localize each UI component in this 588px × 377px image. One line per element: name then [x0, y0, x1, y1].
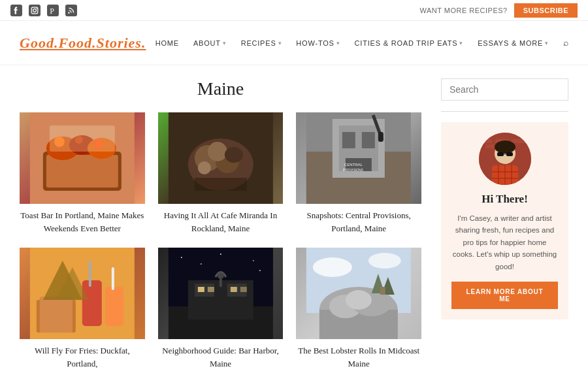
nav-howtos[interactable]: HOW-TOS ▾: [296, 39, 340, 47]
svg-rect-40: [112, 267, 114, 290]
svg-rect-39: [89, 261, 91, 287]
svg-rect-56: [207, 287, 214, 292]
article-card-4[interactable]: Will Fly For Fries: Duckfat, Portland,: [20, 248, 145, 370]
svg-point-47: [220, 254, 221, 255]
svg-point-1: [33, 8, 37, 12]
article-thumb-3: CENTRAL PROVISIONS: [296, 112, 421, 204]
svg-rect-33: [378, 132, 384, 142]
site-logo[interactable]: Good.Food.Stories.: [20, 35, 146, 52]
recipes-caret: ▾: [278, 40, 282, 46]
rss-icon[interactable]: [65, 5, 77, 16]
article-card-6[interactable]: The Best Lobster Rolls In Midcoast Maine: [296, 248, 421, 370]
article-card-5[interactable]: Neighborhood Guide: Bar Harbor, Maine: [158, 248, 284, 370]
main-content: Maine: [0, 65, 588, 377]
top-bar-right: WANT MORE RECIPES? SUBSCRIBE: [419, 3, 578, 18]
article-card-1[interactable]: Toast Bar In Portland, Maine Makes Weeke…: [20, 112, 145, 235]
article-title-5: Neighborhood Guide: Bar Harbor, Maine: [158, 344, 284, 370]
svg-text:CENTRAL: CENTRAL: [344, 163, 363, 167]
article-title-1: Toast Bar In Portland, Maine Makes Weeke…: [20, 209, 145, 235]
nav-home[interactable]: HOME: [155, 39, 179, 47]
article-thumb-5: [158, 248, 284, 339]
svg-point-60: [313, 257, 352, 277]
bio-text: I'm Casey, a writer and artist sharing f…: [451, 212, 558, 272]
svg-rect-78: [497, 152, 504, 156]
svg-rect-54: [219, 279, 221, 287]
article-card-3[interactable]: CENTRAL PROVISIONS Snapshots: Central Pr…: [296, 112, 421, 235]
svg-text:PROVISIONS: PROVISIONS: [343, 168, 364, 172]
svg-rect-55: [197, 287, 204, 292]
svg-point-53: [217, 272, 223, 279]
svg-rect-71: [479, 139, 492, 143]
nav-about[interactable]: ABOUT ▾: [193, 39, 227, 47]
svg-rect-7: [46, 155, 118, 188]
svg-point-45: [180, 257, 182, 258]
svg-rect-36: [40, 297, 73, 333]
top-bar: P WANT MORE RECIPES? SUBSCRIBE: [0, 0, 588, 21]
svg-point-49: [259, 270, 260, 271]
hi-there-heading: Hi There!: [451, 193, 558, 206]
svg-rect-73: [512, 139, 525, 143]
svg-rect-14: [50, 125, 115, 152]
main-nav: HOME ABOUT ▾ RECIPES ▾ HOW-TOS ▾ CITIES …: [155, 38, 568, 48]
howtos-caret: ▾: [336, 40, 340, 46]
pinterest-icon[interactable]: P: [47, 5, 59, 16]
cities-caret: ▾: [459, 40, 463, 46]
page-title: Maine: [20, 78, 421, 99]
article-title-6: The Best Lobster Rolls In Midcoast Maine: [296, 344, 421, 370]
article-thumb-1: [20, 112, 145, 204]
article-title-2: Having It All At Cafe Miranda In Rocklan…: [158, 209, 284, 235]
social-icons: P: [10, 5, 77, 16]
article-title-4: Will Fly For Fries: Duckfat, Portland,: [20, 344, 145, 370]
svg-rect-22: [194, 178, 246, 191]
svg-point-2: [36, 8, 37, 8]
essays-caret: ▾: [545, 40, 549, 46]
nav-essays[interactable]: ESSAYS & MORE ▾: [478, 39, 549, 47]
about-caret: ▾: [223, 40, 227, 46]
want-more-text: WANT MORE RECIPES?: [419, 7, 507, 14]
svg-rect-69: [380, 287, 385, 295]
header: Good.Food.Stories. HOME ABOUT ▾ RECIPES …: [0, 21, 588, 65]
svg-point-46: [200, 263, 201, 265]
search-nav-icon[interactable]: ⌕: [563, 38, 568, 48]
svg-point-21: [197, 161, 210, 174]
nav-cities[interactable]: CITIES & ROAD TRIP EATS ▾: [355, 39, 464, 47]
article-thumb-6: [296, 248, 421, 339]
svg-rect-57: [230, 287, 237, 292]
article-title-3: Snapshots: Central Provisions, Portland,…: [296, 209, 421, 235]
avatar: [479, 133, 531, 185]
article-card-2[interactable]: Having It All At Cafe Miranda In Rocklan…: [158, 112, 284, 235]
article-thumb-2: [158, 112, 284, 204]
search-input[interactable]: [441, 78, 568, 101]
svg-rect-58: [240, 287, 246, 292]
svg-rect-38: [105, 287, 123, 326]
svg-point-77: [495, 140, 515, 154]
svg-rect-27: [342, 132, 355, 148]
sidebar: Hi There! I'm Casey, a writer and artist…: [441, 78, 568, 370]
svg-rect-37: [82, 280, 102, 326]
svg-point-19: [207, 142, 227, 161]
sidebar-divider: [441, 111, 568, 112]
nav-recipes[interactable]: RECIPES ▾: [241, 39, 282, 47]
svg-rect-79: [506, 152, 513, 156]
instagram-icon[interactable]: [29, 5, 41, 16]
svg-point-4: [68, 12, 69, 13]
svg-point-48: [252, 260, 253, 261]
svg-rect-28: [362, 132, 375, 148]
svg-text:P: P: [50, 7, 54, 14]
content-area: Maine: [20, 78, 421, 370]
sidebar-bio: Hi There! I'm Casey, a writer and artist…: [441, 122, 568, 320]
svg-point-66: [346, 290, 372, 310]
svg-point-20: [224, 147, 242, 163]
svg-point-61: [368, 253, 401, 269]
learn-more-button[interactable]: LEARN MORE ABOUT ME: [451, 282, 558, 309]
article-thumb-4: [20, 248, 145, 339]
subscribe-button[interactable]: SUBSCRIBE: [514, 3, 578, 18]
facebook-icon[interactable]: [10, 5, 22, 16]
article-grid: Toast Bar In Portland, Maine Makes Weeke…: [20, 112, 421, 370]
svg-rect-63: [319, 310, 398, 339]
logo-text: Good.Food.Stories.: [20, 35, 146, 51]
